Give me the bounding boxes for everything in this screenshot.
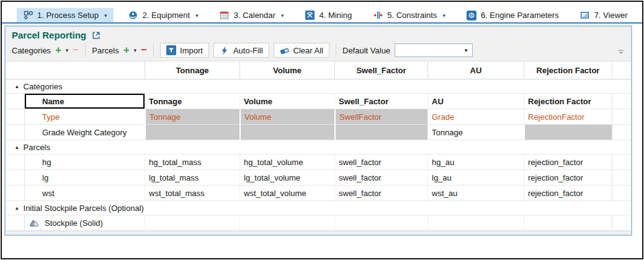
table-cell[interactable] [524, 215, 612, 231]
tab-label: 4. Mining [319, 11, 352, 20]
toolbar-overflow-icon[interactable] [616, 47, 626, 57]
table-cell[interactable]: rejection_factor [524, 186, 612, 201]
remove-parcel-button[interactable]: − [141, 46, 147, 55]
add-parcel-button[interactable]: + [123, 46, 130, 55]
categories-label: Categories [12, 46, 51, 55]
parcel-reporting-panel: Parcel Reporting Categories + ▾ − Parcel… [4, 25, 632, 236]
title-row: Parcel Reporting [6, 27, 631, 41]
tab-viewer[interactable]: 7. Viewer [574, 8, 634, 22]
row-name-cell[interactable]: lg [24, 170, 145, 186]
row-name-cell[interactable]: wst [24, 186, 145, 201]
remove-category-button[interactable]: − [73, 46, 79, 55]
row-name-cell[interactable]: Type [24, 109, 145, 125]
tab-equipment[interactable]: 2. Equipment▾ [122, 8, 205, 22]
table-cell[interactable]: Tonnage [145, 94, 239, 109]
column-header: Tonnage [145, 61, 239, 79]
table-cell[interactable]: Tonnage [427, 125, 524, 140]
toolbar-separator [336, 43, 336, 57]
table-cell[interactable]: hg_total_volume [239, 155, 334, 170]
viewer-icon [580, 11, 590, 20]
parcels-label: Parcels [92, 46, 119, 55]
row-name: Name [42, 97, 64, 106]
tab-label: 5. Constraints [387, 11, 437, 20]
table-cell[interactable]: Volume [239, 94, 334, 109]
row-extra-cell [612, 215, 631, 231]
row-gutter [6, 186, 24, 201]
row-name: lg [42, 173, 48, 182]
table-cell[interactable]: AU [427, 94, 524, 109]
table-cell[interactable]: rejection_factor [524, 170, 612, 186]
table-cell[interactable]: Grade [427, 109, 524, 125]
table-cell[interactable] [145, 215, 239, 231]
chevron-down-icon[interactable]: ▾ [442, 12, 445, 19]
table-cell[interactable]: lg_total_mass [145, 170, 239, 186]
table-cell[interactable]: swell_factor [334, 155, 427, 170]
tab-label: 3. Calendar [234, 11, 275, 20]
row-extra-cell [612, 155, 631, 170]
row-name-cell[interactable]: Grade Weight Category [24, 125, 145, 140]
table-cell[interactable]: lg_au [427, 170, 524, 186]
section-header-initial-stockpile-parcels-optional[interactable]: ▴Initial Stockpile Parcels (Optional) [6, 201, 631, 215]
default-value-select[interactable]: ▼ [395, 43, 473, 57]
table-cell[interactable] [239, 125, 334, 140]
wheel-icon [128, 11, 138, 20]
row-name-cell[interactable]: hg [24, 155, 145, 170]
section-header-parcels[interactable]: ▴Parcels [6, 140, 631, 155]
table-cell[interactable]: swell_factor [334, 186, 427, 201]
row-name: Grade Weight Category [42, 128, 127, 137]
table-cell[interactable]: swell_factor [334, 170, 427, 186]
panel-header: Parcel Reporting Categories + ▾ − Parcel… [6, 27, 631, 61]
table-cell[interactable]: rejection_factor [524, 155, 612, 170]
tab-mining[interactable]: 4. Mining [298, 8, 358, 22]
table-cell[interactable] [427, 215, 524, 231]
table-cell[interactable] [524, 125, 612, 140]
clear-all-button[interactable]: Clear All [274, 43, 329, 58]
table-cell[interactable]: wst_au [427, 186, 524, 201]
section-header-categories[interactable]: ▴Categories [6, 79, 631, 94]
table-cell[interactable] [334, 215, 427, 231]
tab-label: 6. Engine Parameters [481, 11, 559, 20]
toolbar-separator [153, 43, 154, 57]
row-gutter [6, 109, 24, 125]
chevron-down-icon[interactable]: ▾ [281, 12, 284, 19]
table-cell[interactable]: Volume [239, 109, 334, 125]
table-cell[interactable] [239, 215, 334, 231]
add-category-dropdown-icon[interactable]: ▾ [66, 47, 69, 53]
chevron-down-icon[interactable]: ▾ [104, 12, 107, 19]
chevron-down-icon[interactable]: ▾ [195, 12, 199, 19]
tab-label: 1. Process Setup [37, 11, 99, 20]
row-name-cell[interactable]: Name [24, 94, 145, 109]
toolbar-separator [85, 43, 86, 57]
auto-fill-button[interactable]: Auto-Fill [213, 43, 269, 58]
table-cell[interactable] [334, 125, 427, 140]
stockpile-icon [29, 218, 39, 228]
table-cell[interactable]: SwellFactor [334, 109, 427, 125]
table-cell[interactable]: Tonnage [145, 109, 239, 125]
row-extra-cell [612, 186, 631, 201]
tab-calendar[interactable]: 3. Calendar▾ [213, 8, 290, 22]
table-cell[interactable]: hg_au [427, 155, 524, 170]
table-cell[interactable]: wst_total_volume [239, 186, 334, 201]
tab-constraints[interactable]: 5. Constraints▾ [367, 8, 452, 22]
tab-process-setup[interactable]: 1. Process Setup▾ [17, 8, 114, 22]
table-cell[interactable] [145, 125, 239, 140]
add-category-button[interactable]: + [55, 46, 61, 55]
toolbar: Categories + ▾ − Parcels + ▾ − [6, 41, 631, 61]
table-cell[interactable]: hg_total_mass [145, 155, 239, 170]
column-header: AU [427, 61, 524, 79]
tab-engine-parameters[interactable]: ⚙6. Engine Parameters [460, 8, 565, 22]
collapse-arrow-icon[interactable]: ▴ [16, 144, 19, 150]
open-in-window-icon[interactable] [91, 30, 101, 40]
table-cell[interactable]: wst_total_mass [145, 186, 239, 201]
table-cell[interactable]: lg_total_volume [239, 170, 334, 186]
collapse-arrow-icon[interactable]: ▴ [16, 205, 19, 211]
collapse-arrow-icon[interactable]: ▴ [16, 83, 19, 89]
table-cell[interactable]: Swell_Factor [334, 94, 427, 109]
add-parcel-dropdown-icon[interactable]: ▾ [134, 47, 137, 53]
row-name-cell[interactable]: Stockpile (Solid) [24, 215, 145, 231]
row-extra-cell [612, 125, 631, 140]
import-button[interactable]: Import [160, 43, 209, 58]
table-cell[interactable]: RejectionFactor [524, 109, 612, 125]
table-cell[interactable]: Rejection Factor [524, 94, 612, 109]
table-corner-cell [6, 61, 24, 79]
